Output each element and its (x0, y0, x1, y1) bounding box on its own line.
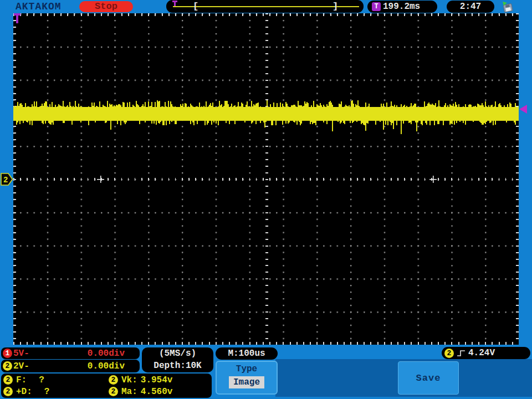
clock: 2:47 (447, 1, 494, 13)
measurement-channel-badge: 2 (3, 375, 13, 385)
measurements-panel: 2 F: ? 2 Vk: 3.954v 2 +D: ? 2 Ma: 4.560v (1, 374, 212, 398)
sample-rate: (5MS/s) (142, 347, 213, 360)
brand-logo: AKTAKOM (16, 1, 62, 12)
graticule (13, 13, 519, 345)
channel2-marker-label: 2 (3, 176, 8, 185)
channel1-offset: 0.00div (88, 349, 125, 359)
channel2-waveform (13, 13, 519, 345)
trigger-channel-badge: 2 (444, 349, 454, 358)
measurement-value: 4.560v (141, 387, 173, 397)
memory-depth: Depth:10K (142, 360, 213, 372)
save-type-menu[interactable]: Type Image (216, 361, 278, 395)
channel2-scale: 2V- (13, 361, 29, 371)
measurement-label: Vk: (121, 375, 137, 385)
channel2-badge: 2 (3, 361, 12, 371)
rising-edge-icon (457, 349, 466, 357)
trigger-position-t-icon (14, 13, 21, 16)
measurement-value: ? (44, 387, 50, 397)
channel2-readout: 2 2V- 0.00div (1, 360, 140, 372)
channel1-scale: 5V- (13, 349, 29, 359)
measurement-frequency: 2 F: ? (3, 375, 109, 385)
measurement-channel-badge: 2 (109, 375, 118, 385)
trigger-level-readout: 2 4.24V (442, 347, 530, 359)
acquisition-panel: (5MS/s) Depth:10K (142, 347, 213, 372)
trigger-level-value: 4.24V (468, 348, 495, 358)
channel2-offset: 0.00div (88, 361, 125, 371)
measurement-label: Ma: (121, 387, 137, 397)
measurement-value: 3.954v (141, 375, 173, 385)
trigger-time-readout: T 199.2ms (367, 1, 437, 13)
channel2-marker-icon[interactable]: 2 (1, 173, 13, 186)
menu-item-image[interactable]: Image (229, 376, 264, 388)
trigger-t-icon: T (372, 2, 381, 11)
usb-disk-icon (500, 1, 515, 13)
menu-title: Type (217, 362, 277, 376)
trigger-position-bar: [ ] (166, 0, 364, 13)
window-right-bracket: ] (332, 1, 338, 12)
record-window-line (173, 6, 359, 7)
trigger-level-arrow-icon[interactable] (519, 105, 527, 114)
save-button[interactable]: Save (398, 361, 459, 395)
channel1-readout: 1 5V- 0.00div (1, 347, 140, 359)
timebase-readout: M:100us (216, 347, 278, 360)
measurement-value: ? (39, 375, 44, 385)
window-left-bracket: [ (193, 1, 198, 12)
measurement-label: +D: (16, 387, 32, 397)
channel1-badge: 1 (3, 349, 12, 358)
oscilloscope-screen: AKTAKOM Stop [ ] T 199.2ms 2:47 (0, 0, 532, 399)
run-state-badge: Stop (79, 1, 133, 12)
trigger-time-value: 199.2ms (383, 2, 420, 12)
measurement-duty: 2 +D: ? (3, 387, 109, 397)
measurement-label: F: (16, 375, 27, 385)
measurement-channel-badge: 2 (3, 387, 13, 396)
measurement-ma: 2 Ma: 4.560v (109, 387, 209, 397)
measurement-channel-badge: 2 (109, 387, 118, 396)
measurement-vk: 2 Vk: 3.954v (109, 375, 209, 385)
trigger-position-marker-icon (172, 1, 177, 2)
top-status-bar: AKTAKOM Stop [ ] T 199.2ms 2:47 (0, 0, 532, 13)
